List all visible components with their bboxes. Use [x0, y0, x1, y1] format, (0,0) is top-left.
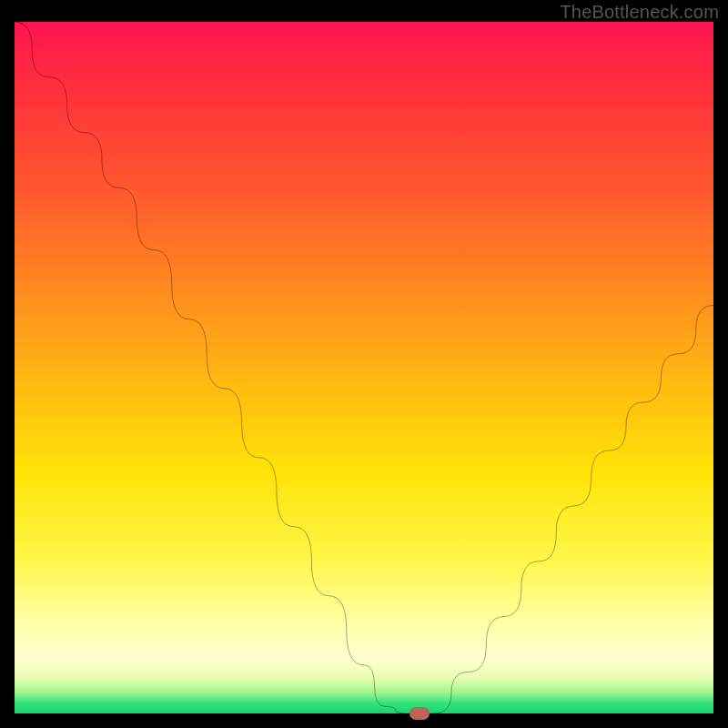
curve-path	[15, 22, 713, 713]
bottleneck-curve	[15, 22, 713, 713]
chart-frame: TheBottleneck.com	[0, 0, 728, 728]
plot-area	[15, 22, 713, 713]
optimum-marker	[410, 707, 430, 720]
watermark-text: TheBottleneck.com	[560, 2, 719, 23]
